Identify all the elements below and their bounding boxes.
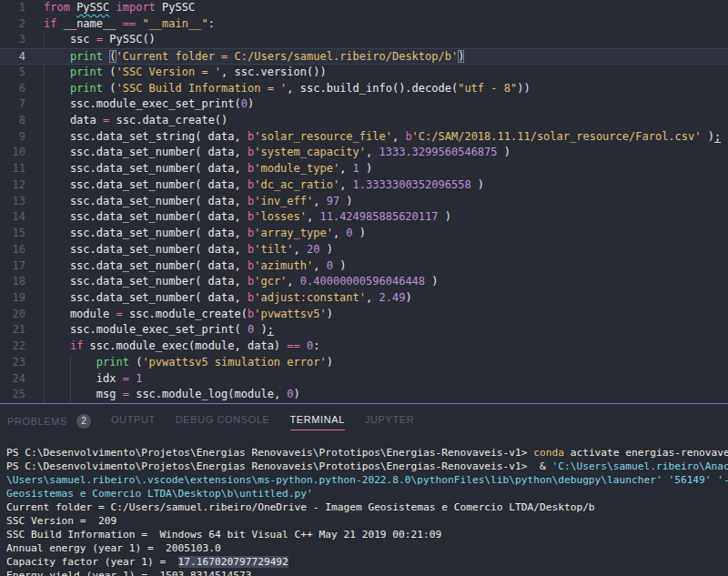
token-txt: , (366, 291, 379, 304)
code-line[interactable]: 19 ssc.data_set_number( data, b'adjust:c… (0, 290, 728, 307)
panel-tab-output[interactable]: OUTPUT (111, 414, 156, 429)
code-line[interactable]: 11 ssc.data_set_number( data, b'module_t… (0, 161, 728, 177)
line-number: 25 (0, 387, 40, 403)
token-num: 1 (353, 162, 359, 175)
token-txt (44, 356, 96, 369)
line-number: 17 (0, 258, 40, 275)
code-text: ssc.data_set_number( data, b'dc_ac_ratio… (40, 177, 728, 194)
token-num: 0 (241, 97, 248, 110)
token-txt: ) (319, 243, 332, 256)
token-kw: = (123, 372, 129, 385)
code-text: ssc.module_exec_set_print(0) (40, 96, 728, 113)
line-number: 22 (0, 339, 40, 355)
line-number: 18 (0, 274, 40, 290)
code-line[interactable]: 13 ssc.data_set_number( data, b'inv_eff'… (0, 194, 728, 210)
code-line[interactable]: 24 idx = 1 (0, 371, 728, 388)
line-number: 10 (0, 145, 40, 161)
line-number: 3 (0, 32, 40, 48)
code-text: if ssc.module_exec(module, data) == 0: (40, 339, 728, 355)
code-text: idx = 1 (40, 371, 728, 388)
token-txt (44, 50, 70, 63)
token-txt: , (294, 243, 307, 256)
code-text: ssc.data_set_number( data, b'tilt', 20 ) (40, 242, 728, 258)
line-number: 14 (0, 209, 40, 226)
code-line[interactable]: 14 ssc.data_set_number( data, b'losses',… (0, 209, 728, 226)
panel-tab-jupyter[interactable]: JUPYTER (365, 414, 414, 429)
code-line[interactable]: 12 ssc.data_set_number( data, b'dc_ac_ra… (0, 177, 728, 194)
token-str: 'azimuth' (254, 259, 313, 272)
token-txt: , (287, 275, 299, 288)
code-line[interactable]: 8 data = ssc.data_create() (0, 113, 728, 129)
terminal-line: PS C:\Desenvolvimento\Projetos\Energias … (6, 446, 728, 460)
token-txt: data (44, 114, 103, 126)
token-fn: print (70, 50, 103, 63)
code-line[interactable]: 9 ssc.data_set_string( data, b'solar_res… (0, 129, 728, 146)
panel-tab-problems[interactable]: PROBLEMS2 (7, 414, 91, 433)
token-txt (44, 82, 70, 95)
code-line[interactable]: 1from PySSC import PySSC (0, 0, 728, 16)
token-txt: ssc.data_set_number( data, (44, 275, 248, 288)
token-txt: ssc.module_exec(module, data) (83, 339, 287, 352)
token-num: 2.49 (379, 291, 405, 304)
code-text: ssc.data_set_number( data, b'azimuth', 0… (40, 258, 728, 275)
code-line[interactable]: 23 print ('pvwattsv5 simulation error') (0, 355, 728, 371)
token-txt: ssc.data_set_number( data, (44, 227, 248, 239)
line-number: 7 (0, 96, 40, 113)
code-line[interactable]: 25 msg = ssc.module_log(module, 0) (0, 387, 728, 403)
editor[interactable]: 1from PySSC import PySSC2if __name__ == … (0, 0, 728, 403)
code-line[interactable]: 7 ssc.module_exec_set_print(0) (0, 96, 728, 113)
panel-tab-terminal[interactable]: TERMINAL (290, 414, 345, 430)
line-number: 5 (0, 65, 40, 81)
code-line[interactable]: 5 print ('SSC Version = ', ssc.version()… (0, 65, 728, 81)
code-text: print ('pvwattsv5 simulation error') (40, 355, 728, 371)
code-text: ssc.module_exec_set_print( 0 ); (40, 322, 728, 339)
code-line[interactable]: 2if __name__ == "__main__": (0, 16, 728, 33)
code-line[interactable]: 6 print ('SSC Build Information = ', ssc… (0, 81, 728, 97)
token-ul: ; (714, 130, 721, 143)
token-kw: == (123, 17, 136, 30)
code-line[interactable]: 16 ssc.data_set_number( data, b'tilt', 2… (0, 242, 728, 258)
code-line[interactable]: 21 ssc.module_exec_set_print( 0 ); (0, 322, 728, 339)
token-cy: \Users\samuel.ribeiro\.vscode\extensions… (6, 474, 728, 486)
token-wht: Capacity factor (year 1) = (6, 556, 178, 568)
terminal-line: SSC Version = 209 (6, 514, 728, 528)
token-txt: ssc.data_set_number( data, (44, 195, 248, 207)
token-txt: ) (439, 210, 451, 223)
token-num: 20 (307, 243, 319, 256)
token-txt: ) (339, 195, 352, 207)
token-str: 'inv_eff' (254, 195, 313, 207)
token-wht: activate energias-renovave (564, 447, 728, 459)
terminal[interactable]: PS C:\Desenvolvimento\Projetos\Energias … (0, 442, 728, 576)
token-txt: ) (471, 178, 484, 191)
code-line[interactable]: 15 ssc.data_set_number( data, b'array_ty… (0, 226, 728, 242)
token-txt: ssc.module_exec_set_print( (44, 97, 241, 110)
token-num: 11.424985885620117 (319, 210, 438, 223)
token-kw: if (44, 17, 56, 30)
code-text: if __name__ == "__main__": (40, 16, 728, 33)
panel-tab-debug-console[interactable]: DEBUG CONSOLE (176, 414, 270, 429)
token-txt: , ssc.version()) (221, 66, 327, 78)
token-txt: msg (44, 388, 123, 400)
token-str: 'system_capacity' (254, 146, 366, 158)
token-num: 0.40000000596046448 (300, 275, 425, 288)
code-line[interactable]: 4 print ('Current folder = C:/Users/samu… (0, 48, 728, 65)
code-line[interactable]: 10 ssc.data_set_number( data, b'system_c… (0, 145, 728, 161)
code-line[interactable]: 22 if ssc.module_exec(module, data) == 0… (0, 339, 728, 355)
token-txt (109, 1, 116, 14)
code-text: print ('SSC Build Information = ', ssc.b… (40, 81, 728, 97)
token-txt: , (313, 259, 326, 272)
token-txt: ( (103, 66, 116, 78)
code-line[interactable]: 17 ssc.data_set_number( data, b'azimuth'… (0, 258, 728, 275)
token-txt: ssc.data_set_number( data, (44, 210, 248, 223)
token-str: 'dc_ac_ratio' (254, 178, 339, 191)
token-txt: , (333, 227, 346, 239)
token-str: 'losses' (254, 210, 307, 223)
token-str: "utf - 8" (458, 82, 517, 95)
token-str: 'C:/SAM/2018.11.11/solar_resource/Farol.… (412, 130, 702, 143)
code-line[interactable]: 18 ssc.data_set_number( data, b'gcr', 0.… (0, 274, 728, 290)
token-txt: ssc.module_create( (123, 308, 248, 320)
code-line[interactable]: 20 module = ssc.module_create(b'pvwattsv… (0, 307, 728, 323)
code-line[interactable]: 3 ssc = PySSC() (0, 32, 728, 48)
code-text: ssc.data_set_number( data, b'module_type… (40, 161, 728, 177)
terminal-line: Energy yield (year 1) = 1503.8314514573 (6, 569, 728, 576)
